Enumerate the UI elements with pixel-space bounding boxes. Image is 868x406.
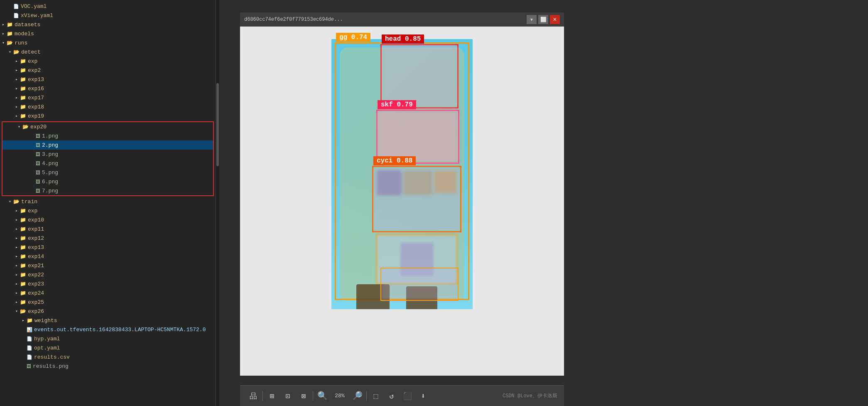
- icon-train: [13, 199, 21, 205]
- tree-item-train[interactable]: train: [0, 197, 216, 206]
- icon-exp2: [20, 67, 28, 74]
- arrow-train-exp26: [13, 309, 20, 314]
- restore-button[interactable]: ⬜: [538, 15, 548, 24]
- icon-runs: [7, 40, 15, 46]
- toolbar-icon-fit[interactable]: ⬚: [369, 389, 383, 403]
- label-exp16: exp16: [28, 86, 44, 92]
- tree-item-opt-yaml[interactable]: opt.yaml: [0, 343, 216, 352]
- tree-item-3png[interactable]: 3.png: [2, 150, 213, 159]
- toolbar-icon-zoom-in[interactable]: 🔎: [351, 389, 364, 403]
- tree-item-train-exp23[interactable]: exp23: [0, 279, 216, 288]
- toolbar-icon-crop[interactable]: ⊠: [297, 389, 310, 403]
- arrow-train: [7, 199, 13, 204]
- tree-item-exp17[interactable]: exp17: [0, 93, 216, 102]
- icon-train-exp11: [20, 226, 28, 232]
- bottom-detection-box: [380, 268, 459, 301]
- label-datasets: datasets: [15, 22, 40, 28]
- tree-item-1png[interactable]: 1.png: [2, 131, 213, 140]
- minimize-button[interactable]: ▾: [527, 15, 537, 24]
- arrow-train-exp: [13, 208, 20, 213]
- arrow-train-exp25: [13, 300, 20, 305]
- toolbar-icon-compare[interactable]: ⊞: [265, 389, 279, 403]
- tree-item-weights[interactable]: weights: [0, 316, 216, 325]
- icon-6png: [36, 179, 42, 185]
- label-train-exp22: exp22: [28, 272, 44, 278]
- tree-item-train-exp22[interactable]: exp22: [0, 270, 216, 279]
- tree-item-7png[interactable]: 7.png: [2, 186, 213, 195]
- tree-item-6png[interactable]: 6.png: [2, 177, 213, 186]
- icon-exp18: [20, 104, 28, 110]
- tree-item-results-csv[interactable]: results.csv: [0, 352, 216, 362]
- label-1png: 1.png: [42, 133, 58, 139]
- tree-item-train-exp[interactable]: exp: [0, 206, 216, 215]
- icon-train-exp21: [20, 263, 28, 269]
- arrow-exp: [13, 59, 20, 64]
- tree-item-detect[interactable]: detect: [0, 47, 216, 57]
- icon-train-exp13: [20, 244, 28, 251]
- icon-results-csv: [27, 354, 34, 360]
- label-exp13a: exp13: [28, 76, 44, 83]
- tree-item-train-exp26[interactable]: exp26: [0, 307, 216, 316]
- tree-item-2png[interactable]: 2.png: [2, 140, 213, 150]
- file-tree-panel[interactable]: VOC.yaml xView.yaml datasets models runs…: [0, 0, 216, 406]
- toolbar-icon-rotate[interactable]: ↺: [385, 389, 398, 403]
- icon-exp17: [20, 95, 28, 101]
- tree-item-exp18[interactable]: exp18: [0, 102, 216, 111]
- zoom-level: 28%: [331, 393, 348, 399]
- icon-train-exp24: [20, 290, 28, 296]
- tree-item-train-exp10[interactable]: exp10: [0, 215, 216, 224]
- label-6png: 6.png: [42, 179, 58, 185]
- toolbar-icon-flip[interactable]: ⬛: [401, 389, 414, 403]
- icon-train-exp22: [20, 272, 28, 278]
- tree-item-train-exp11[interactable]: exp11: [0, 224, 216, 234]
- tree-item-train-exp25[interactable]: exp25: [0, 298, 216, 307]
- tree-item-exp[interactable]: exp: [0, 57, 216, 66]
- tree-item-results-png[interactable]: results.png: [0, 362, 216, 371]
- label-train-exp13: exp13: [28, 244, 44, 251]
- tree-item-models[interactable]: models: [0, 29, 216, 38]
- arrow-exp16: [13, 86, 20, 91]
- icon-datasets: [7, 22, 15, 28]
- icon-train-exp10: [20, 217, 28, 223]
- tree-item-hyp-yaml[interactable]: hyp.yaml: [0, 334, 216, 343]
- tree-item-runs[interactable]: runs: [0, 38, 216, 47]
- label-exp19: exp19: [28, 113, 44, 119]
- close-button[interactable]: ✕: [550, 15, 560, 24]
- tree-item-xview-yaml[interactable]: xView.yaml: [0, 11, 216, 20]
- label-train-exp14: exp14: [28, 253, 44, 260]
- label-exp2: exp2: [28, 67, 41, 74]
- toolbar-icon-layers[interactable]: ⊡: [281, 389, 294, 403]
- tree-item-train-exp12[interactable]: exp12: [0, 234, 216, 243]
- tree-item-train-exp14[interactable]: exp14: [0, 252, 216, 261]
- tree-item-4png[interactable]: 4.png: [2, 159, 213, 168]
- icon-results-png: [27, 363, 33, 369]
- toolbar-icon-grid[interactable]: 品: [247, 389, 260, 403]
- icon-2png: [36, 142, 42, 148]
- icon-exp16: [20, 86, 28, 92]
- tree-item-exp2[interactable]: exp2: [0, 66, 216, 75]
- label-7png: 7.png: [42, 188, 58, 194]
- label-train-exp11: exp11: [28, 226, 44, 232]
- toolbar-icon-download[interactable]: ⬇: [417, 389, 430, 403]
- tree-item-5png[interactable]: 5.png: [2, 168, 213, 177]
- tree-item-exp20[interactable]: exp20: [2, 122, 213, 131]
- arrow-train-exp11: [13, 226, 20, 231]
- icon-hyp-yaml: [27, 336, 34, 342]
- tree-item-tfevents[interactable]: events.out.tfevents.1642838433.LAPTOP-HC…: [0, 325, 216, 334]
- vertical-splitter[interactable]: [216, 0, 219, 406]
- label-weights: weights: [34, 317, 57, 324]
- viewer-titlebar: d6860cc74ef6e2f0f779153ec694de... ▾ ⬜ ✕: [240, 12, 564, 27]
- tree-item-train-exp24[interactable]: exp24: [0, 288, 216, 298]
- icon-train-exp12: [20, 235, 28, 241]
- tree-item-datasets[interactable]: datasets: [0, 20, 216, 29]
- tree-item-exp16[interactable]: exp16: [0, 84, 216, 93]
- toolbar-icon-zoom-out[interactable]: 🔍: [316, 389, 329, 403]
- icon-models: [7, 31, 15, 37]
- tree-item-exp13a[interactable]: exp13: [0, 75, 216, 84]
- tree-item-exp19[interactable]: exp19: [0, 111, 216, 121]
- label-train-exp25: exp25: [28, 299, 44, 305]
- tree-item-voc-yaml[interactable]: VOC.yaml: [0, 2, 216, 11]
- tree-item-train-exp21[interactable]: exp21: [0, 261, 216, 270]
- icon-7png: [36, 188, 42, 194]
- tree-item-train-exp13[interactable]: exp13: [0, 243, 216, 252]
